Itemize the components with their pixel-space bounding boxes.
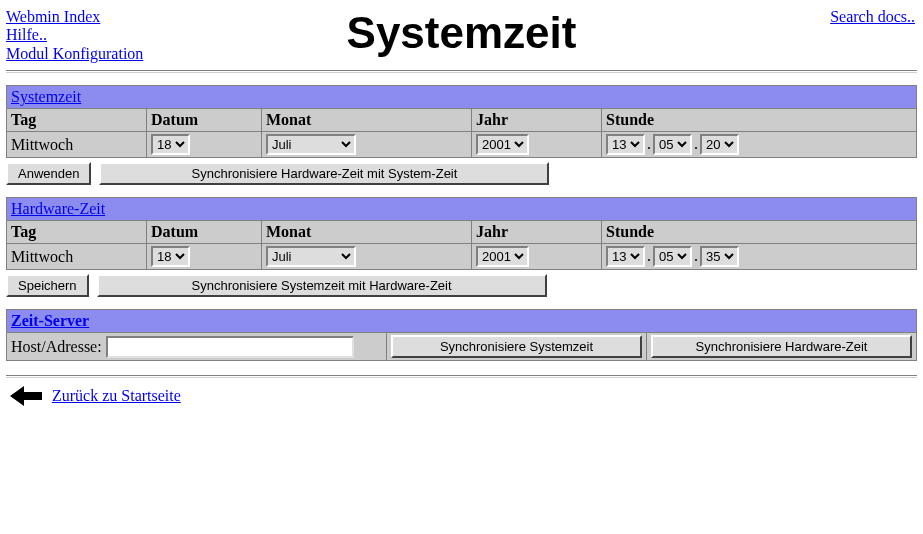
- sys-monat-select[interactable]: Juli: [266, 134, 356, 155]
- sys-label-stunde: Stunde: [602, 109, 917, 132]
- back-to-start-link[interactable]: Zurück zu Startseite: [52, 387, 181, 405]
- hw-datum-select[interactable]: 18: [151, 246, 190, 267]
- zeitserver-table: Zeit-Server Host/Adresse: Synchronisiere…: [6, 309, 917, 361]
- hw-label-monat: Monat: [262, 221, 472, 244]
- sys-label-monat: Monat: [262, 109, 472, 132]
- divider: [6, 70, 917, 73]
- hardwarezeit-table: Hardware-Zeit Tag Datum Monat Jahr Stund…: [6, 197, 917, 270]
- anwenden-button[interactable]: Anwenden: [6, 162, 91, 185]
- hw-jahr-select[interactable]: 2001: [476, 246, 529, 267]
- top-nav-links: Webmin Index Hilfe.. Modul Konfiguration: [6, 8, 143, 63]
- hardwarezeit-title-link[interactable]: Hardware-Zeit: [11, 200, 105, 217]
- time-separator: .: [694, 247, 698, 264]
- time-separator: .: [694, 135, 698, 152]
- systemzeit-table: Systemzeit Tag Datum Monat Jahr Stunde M…: [6, 85, 917, 158]
- host-address-input[interactable]: [106, 336, 354, 358]
- hw-second-select[interactable]: 35: [700, 246, 739, 267]
- hw-hour-select[interactable]: 13: [606, 246, 645, 267]
- host-address-label: Host/Adresse:: [11, 337, 102, 354]
- sys-minute-select[interactable]: 05: [653, 134, 692, 155]
- back-arrow-icon[interactable]: [10, 386, 42, 406]
- hw-minute-select[interactable]: 05: [653, 246, 692, 267]
- speichern-button[interactable]: Speichern: [6, 274, 89, 297]
- sync-system-with-hardware-button[interactable]: Synchronisiere Systemzeit mit Hardware-Z…: [97, 274, 547, 297]
- time-separator: .: [647, 135, 651, 152]
- time-separator: .: [647, 247, 651, 264]
- sys-label-datum: Datum: [147, 109, 262, 132]
- search-docs-link[interactable]: Search docs..: [830, 8, 915, 26]
- hilfe-link[interactable]: Hilfe..: [6, 26, 143, 44]
- divider: [6, 375, 917, 378]
- sync-systemzeit-button[interactable]: Synchronisiere Systemzeit: [391, 335, 642, 358]
- footer-back-row: Zurück zu Startseite: [10, 386, 917, 406]
- sys-value-tag: Mittwoch: [7, 132, 147, 158]
- sys-second-select[interactable]: 20: [700, 134, 739, 155]
- hw-label-stunde: Stunde: [602, 221, 917, 244]
- sys-label-tag: Tag: [7, 109, 147, 132]
- sys-hour-select[interactable]: 13: [606, 134, 645, 155]
- sys-label-jahr: Jahr: [472, 109, 602, 132]
- sync-hardwarezeit-button[interactable]: Synchronisiere Hardware-Zeit: [651, 335, 912, 358]
- hw-value-tag: Mittwoch: [7, 244, 147, 270]
- sys-datum-select[interactable]: 18: [151, 134, 190, 155]
- header-row: Webmin Index Hilfe.. Modul Konfiguration…: [6, 8, 917, 58]
- systemzeit-title-link[interactable]: Systemzeit: [11, 88, 81, 105]
- sys-jahr-select[interactable]: 2001: [476, 134, 529, 155]
- zeitserver-title-link[interactable]: Zeit-Server: [11, 312, 89, 329]
- modul-konfig-link[interactable]: Modul Konfiguration: [6, 45, 143, 63]
- sync-hardware-with-system-button[interactable]: Synchronisiere Hardware-Zeit mit System-…: [99, 162, 549, 185]
- svg-marker-0: [10, 386, 42, 406]
- hw-label-jahr: Jahr: [472, 221, 602, 244]
- webmin-index-link[interactable]: Webmin Index: [6, 8, 143, 26]
- hw-label-tag: Tag: [7, 221, 147, 244]
- hw-label-datum: Datum: [147, 221, 262, 244]
- hw-monat-select[interactable]: Juli: [266, 246, 356, 267]
